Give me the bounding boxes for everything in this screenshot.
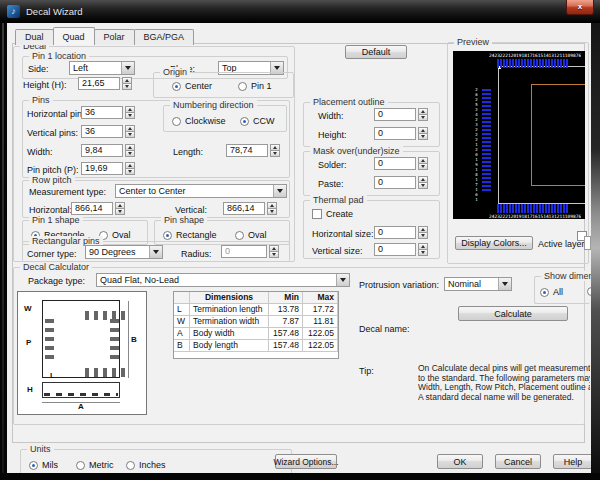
chevron-down-icon[interactable] xyxy=(418,250,428,256)
chevron-down-icon[interactable] xyxy=(125,169,135,175)
paste-input[interactable]: 0 xyxy=(374,176,416,189)
radius-input[interactable]: 0 xyxy=(221,245,267,258)
row-pitch-vertical-input[interactable]: 866,14 xyxy=(223,202,265,215)
chevron-down-icon[interactable] xyxy=(115,209,125,215)
origin-pin1-radio[interactable]: Pin 1 xyxy=(238,81,272,91)
thermal-horizontal-input[interactable]: 0 xyxy=(374,226,416,239)
tab-bga-pga[interactable]: BGA/PGA xyxy=(134,29,195,45)
chevron-up-icon[interactable] xyxy=(418,176,428,183)
thermal-pad-outline xyxy=(531,84,585,186)
pin-shape-oval-radio[interactable]: Oval xyxy=(235,230,267,240)
chevron-down-icon[interactable] xyxy=(418,115,428,121)
row-pitch-vertical-spinner[interactable] xyxy=(267,202,277,215)
show-dimensions-group: Show dimensio All xyxy=(534,276,590,304)
calculate-button[interactable]: Calculate xyxy=(458,306,568,321)
units-metric-radio[interactable]: Metric xyxy=(76,460,114,470)
chevron-down-icon[interactable] xyxy=(149,246,162,258)
protrusion-variation-select[interactable]: Nominal xyxy=(444,277,512,291)
chevron-up-icon[interactable] xyxy=(115,202,125,209)
chevron-down-icon[interactable] xyxy=(125,132,135,138)
cancel-button[interactable]: Cancel xyxy=(495,454,541,469)
pin1-shape-oval-radio[interactable]: Oval xyxy=(99,230,131,240)
vertical-pins-spinner[interactable] xyxy=(125,125,135,138)
chevron-down-icon[interactable] xyxy=(418,134,428,140)
chevron-up-icon[interactable] xyxy=(269,245,279,252)
width-input[interactable]: 9,84 xyxy=(81,144,123,157)
chevron-down-icon[interactable] xyxy=(273,185,286,197)
height-spinner[interactable] xyxy=(122,77,132,90)
chevron-up-icon[interactable] xyxy=(125,162,135,169)
tab-polar[interactable]: Polar xyxy=(94,29,135,45)
chevron-up-icon[interactable] xyxy=(418,108,428,115)
preview-pin xyxy=(482,93,491,95)
chevron-up-icon[interactable] xyxy=(418,243,428,250)
units-inches-radio[interactable]: Inches xyxy=(126,460,166,470)
chevron-up-icon[interactable] xyxy=(418,157,428,164)
row-pitch-horizontal-spinner[interactable] xyxy=(115,202,125,215)
paste-spinner[interactable] xyxy=(418,176,428,189)
length-input[interactable]: 78,74 xyxy=(226,144,268,157)
pin-pitch-spinner[interactable] xyxy=(125,162,135,175)
package-type-select[interactable]: Quad Flat, No-Lead xyxy=(96,273,350,287)
tab-quad[interactable]: Quad xyxy=(53,27,95,45)
active-layer-select[interactable] xyxy=(584,236,591,250)
ok-button[interactable]: OK xyxy=(437,454,483,469)
radius-spinner[interactable] xyxy=(269,245,279,258)
chevron-up-icon[interactable] xyxy=(125,125,135,132)
chevron-down-icon[interactable] xyxy=(270,151,280,157)
tab-dual[interactable]: Dual xyxy=(15,29,54,45)
show-dimensions-all-radio[interactable]: All xyxy=(540,287,563,297)
height-input[interactable]: 21,65 xyxy=(78,77,120,90)
chevron-down-icon[interactable] xyxy=(418,233,428,239)
chevron-down-icon[interactable] xyxy=(125,151,135,157)
chevron-down-icon[interactable] xyxy=(125,113,135,119)
chevron-up-icon[interactable] xyxy=(267,202,277,209)
preview-pins-top xyxy=(497,59,585,68)
placement-height-spinner[interactable] xyxy=(418,127,428,140)
chevron-down-icon[interactable] xyxy=(121,62,134,74)
placement-height-input[interactable]: 0 xyxy=(374,127,416,140)
pin-shape-rectangle-radio[interactable]: Rectangle xyxy=(163,230,217,240)
thermal-create-checkbox[interactable]: Create xyxy=(312,209,353,219)
solder-spinner[interactable] xyxy=(418,157,428,170)
length-spinner[interactable] xyxy=(270,144,280,157)
placement-width-spinner[interactable] xyxy=(418,108,428,121)
wizard-options-button[interactable]: Wizard Options... xyxy=(275,454,337,469)
chevron-down-icon[interactable] xyxy=(418,183,428,189)
horizontal-pins-spinner[interactable] xyxy=(125,106,135,119)
vertical-pins-input[interactable]: 36 xyxy=(81,125,123,138)
thermal-vertical-input[interactable]: 0 xyxy=(374,243,416,256)
chevron-up-icon[interactable] xyxy=(418,127,428,134)
side-select[interactable]: Left xyxy=(69,61,135,75)
default-button[interactable]: Default xyxy=(345,45,407,59)
chevron-down-icon[interactable] xyxy=(418,164,428,170)
chevron-up-icon[interactable] xyxy=(418,226,428,233)
pin-pitch-input[interactable]: 19,69 xyxy=(81,162,123,175)
corner-type-select[interactable]: 90 Degrees xyxy=(85,245,163,259)
chevron-down-icon[interactable] xyxy=(269,252,279,258)
measurement-type-select[interactable]: Center to Center xyxy=(115,184,287,198)
chevron-up-icon[interactable] xyxy=(125,106,135,113)
chevron-up-icon[interactable] xyxy=(125,144,135,151)
placement-width-input[interactable]: 0 xyxy=(374,108,416,121)
numbering-ccw-radio[interactable]: CCW xyxy=(240,116,275,126)
help-button[interactable]: Help xyxy=(553,454,591,469)
show-dimensions-partial-radio[interactable] xyxy=(587,287,591,296)
horizontal-pins-input[interactable]: 36 xyxy=(81,106,123,119)
chevron-up-icon[interactable] xyxy=(270,144,280,151)
numbering-clockwise-radio[interactable]: Clockwise xyxy=(172,116,226,126)
chevron-up-icon[interactable] xyxy=(122,77,132,84)
thermal-vertical-spinner[interactable] xyxy=(418,243,428,256)
origin-center-radio[interactable]: Center xyxy=(172,81,212,91)
chevron-down-icon[interactable] xyxy=(498,278,511,290)
solder-input[interactable]: 0 xyxy=(374,157,416,170)
chevron-down-icon[interactable] xyxy=(336,274,349,286)
units-mils-radio[interactable]: Mils xyxy=(29,460,58,470)
display-colors-button[interactable]: Display Colors... xyxy=(455,236,533,250)
width-spinner[interactable] xyxy=(125,144,135,157)
close-icon[interactable]: x xyxy=(566,0,594,15)
thermal-horizontal-spinner[interactable] xyxy=(418,226,428,239)
chevron-down-icon[interactable] xyxy=(267,209,277,215)
row-pitch-horizontal-input[interactable]: 866,14 xyxy=(71,202,113,215)
chevron-down-icon[interactable] xyxy=(122,84,132,90)
